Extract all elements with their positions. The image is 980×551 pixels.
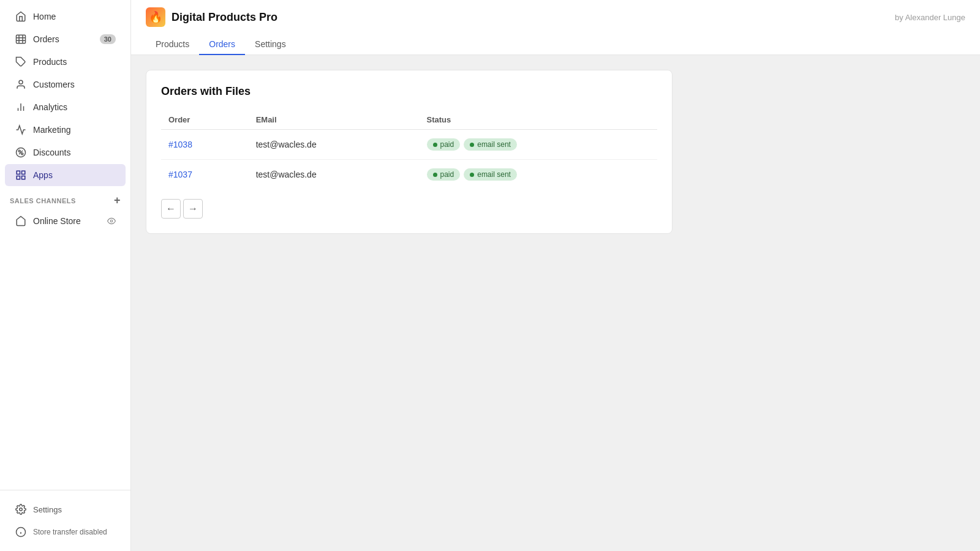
sidebar-item-label: Store transfer disabled	[33, 528, 107, 536]
svg-rect-15	[22, 171, 25, 174]
status-badge: paid	[427, 138, 461, 151]
prev-page-button[interactable]: ←	[161, 199, 181, 219]
app-icon: 🔥	[146, 7, 165, 27]
sidebar-item-orders[interactable]: Orders 30	[5, 28, 126, 50]
customers-icon	[15, 78, 27, 91]
sidebar-item-label: Marketing	[33, 125, 70, 135]
info-icon	[15, 526, 27, 538]
status-badge: paid	[427, 168, 461, 181]
svg-rect-14	[17, 171, 20, 174]
analytics-icon	[15, 101, 27, 113]
settings-icon	[15, 503, 27, 515]
sidebar-item-label: Products	[33, 57, 67, 67]
sidebar-item-products[interactable]: Products	[5, 51, 126, 73]
svg-point-10	[18, 150, 20, 152]
svg-rect-17	[22, 176, 25, 179]
svg-rect-16	[17, 176, 20, 179]
order-cell: #1037	[161, 160, 249, 190]
orders-badge: 30	[100, 34, 116, 44]
sidebar-item-label: Home	[33, 12, 56, 21]
tab-products[interactable]: Products	[146, 34, 199, 55]
next-page-button[interactable]: →	[183, 199, 203, 219]
app-header: 🔥 Digital Products Pro by Alexander Lung…	[131, 0, 980, 55]
main-content: 🔥 Digital Products Pro by Alexander Lung…	[131, 0, 980, 551]
email-cell: test@wacles.de	[249, 130, 420, 160]
sidebar-item-marketing[interactable]: Marketing	[5, 119, 126, 141]
tab-orders[interactable]: Orders	[199, 34, 245, 55]
status-cell: paidemail sent	[420, 130, 657, 160]
sidebar-item-online-store[interactable]: Online Store	[5, 210, 126, 232]
sidebar: Home Orders 30 Products Customers	[0, 0, 131, 551]
sidebar-item-label: Orders	[33, 34, 59, 44]
sidebar-item-label: Analytics	[33, 102, 67, 112]
orders-card: Orders with Files Order EMail Status #10…	[146, 70, 673, 234]
table-row: #1038test@wacles.depaidemail sent	[161, 130, 657, 160]
sidebar-item-label: Online Store	[33, 216, 81, 226]
svg-point-11	[21, 153, 23, 155]
order-link[interactable]: #1038	[168, 140, 192, 149]
email-cell: test@wacles.de	[249, 160, 420, 190]
sidebar-footer: Settings Store transfer disabled	[0, 490, 130, 551]
apps-icon	[15, 169, 27, 181]
col-email: EMail	[249, 110, 420, 130]
badge-dot	[433, 143, 437, 147]
sidebar-item-analytics[interactable]: Analytics	[5, 96, 126, 118]
discounts-icon	[15, 146, 27, 159]
eye-icon[interactable]	[107, 217, 116, 225]
order-cell: #1038	[161, 130, 249, 160]
sidebar-item-label: Discounts	[33, 148, 70, 157]
orders-icon	[15, 33, 27, 45]
sidebar-item-discounts[interactable]: Discounts	[5, 141, 126, 163]
badge-dot	[470, 173, 474, 177]
content-area: Orders with Files Order EMail Status #10…	[131, 55, 980, 551]
status-badge: email sent	[464, 168, 517, 181]
by-author: by Alexander Lunge	[895, 13, 965, 22]
sidebar-item-label: Settings	[33, 505, 62, 514]
sales-channels-section: SALES CHANNELS +	[0, 187, 130, 209]
col-order: Order	[161, 110, 249, 130]
marketing-icon	[15, 124, 27, 136]
products-icon	[15, 56, 27, 68]
app-title-group: 🔥 Digital Products Pro	[146, 7, 277, 27]
sidebar-item-settings[interactable]: Settings	[5, 498, 126, 520]
sales-channels-label: SALES CHANNELS	[10, 197, 76, 204]
app-title-text: Digital Products Pro	[172, 11, 277, 24]
order-link[interactable]: #1037	[168, 170, 192, 179]
svg-point-6	[19, 80, 23, 84]
svg-point-18	[110, 220, 113, 222]
table-row: #1037test@wacles.depaidemail sent	[161, 160, 657, 190]
svg-point-19	[20, 508, 23, 511]
add-channel-icon[interactable]: +	[114, 194, 121, 207]
pagination: ← →	[161, 199, 657, 219]
sidebar-item-label: Customers	[33, 80, 75, 89]
sidebar-item-store-transfer[interactable]: Store transfer disabled	[5, 521, 126, 543]
app-title-row: 🔥 Digital Products Pro by Alexander Lung…	[146, 7, 965, 27]
status-badge: email sent	[464, 138, 517, 151]
badge-dot	[470, 143, 474, 147]
tabs: Products Orders Settings	[146, 34, 965, 54]
col-status: Status	[420, 110, 657, 130]
sidebar-item-label: Apps	[33, 170, 53, 180]
orders-table: Order EMail Status #1038test@wacles.depa…	[161, 110, 657, 189]
status-cell: paidemail sent	[420, 160, 657, 190]
card-title: Orders with Files	[161, 85, 657, 98]
sidebar-item-customers[interactable]: Customers	[5, 73, 126, 96]
badge-dot	[433, 173, 437, 177]
tab-settings[interactable]: Settings	[245, 34, 296, 55]
svg-rect-0	[17, 35, 26, 43]
sidebar-item-apps[interactable]: Apps	[5, 164, 126, 186]
sidebar-nav: Home Orders 30 Products Customers	[0, 0, 130, 490]
sidebar-item-home[interactable]: Home	[5, 6, 126, 28]
svg-line-12	[19, 151, 23, 154]
home-icon	[15, 10, 27, 23]
store-icon	[15, 215, 27, 227]
